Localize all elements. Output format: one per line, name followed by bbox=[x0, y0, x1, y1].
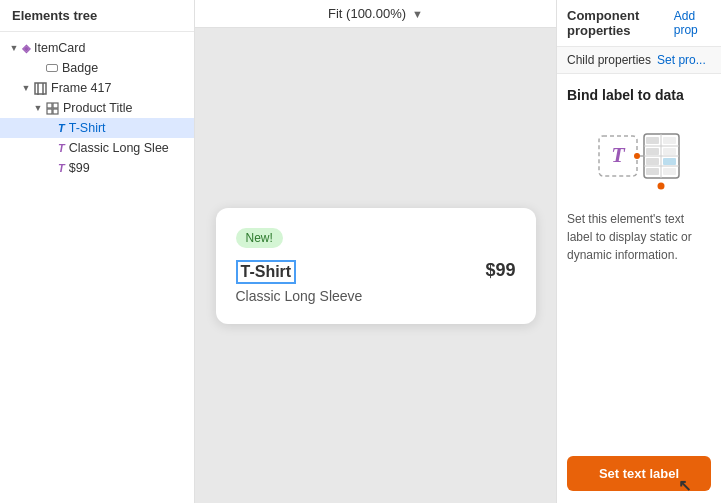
child-props-label: Child properties bbox=[567, 53, 651, 67]
card-title: T-Shirt bbox=[236, 260, 297, 284]
svg-rect-22 bbox=[663, 148, 676, 155]
bind-title: Bind label to data bbox=[567, 86, 711, 104]
sleeve-label: Classic Long Slee bbox=[69, 141, 169, 155]
svg-rect-21 bbox=[663, 137, 676, 144]
badge-new: New! bbox=[236, 228, 283, 248]
frame417-label: Frame 417 bbox=[51, 81, 111, 95]
text-t3-icon: T bbox=[58, 162, 65, 174]
component-props-title: Component properties bbox=[567, 8, 674, 38]
svg-rect-18 bbox=[646, 148, 659, 155]
add-prop-link[interactable]: Add prop bbox=[674, 9, 711, 37]
right-panel: Component properties Add prop Child prop… bbox=[556, 0, 721, 503]
set-prop-link[interactable]: Set pro... bbox=[657, 53, 706, 67]
svg-rect-17 bbox=[646, 137, 659, 144]
svg-rect-4 bbox=[53, 103, 58, 108]
set-text-label-button[interactable]: Set text label ↖ bbox=[567, 456, 711, 491]
card-title-group: T-Shirt Classic Long Sleeve bbox=[236, 260, 486, 304]
canvas-area: New! T-Shirt Classic Long Sleeve $99 bbox=[195, 28, 556, 503]
tree-item-product-title[interactable]: ▼ Product Title bbox=[0, 98, 194, 118]
cursor-icon: ↖ bbox=[678, 476, 691, 495]
toggle-t-shirt bbox=[44, 122, 56, 134]
toggle-sleeve bbox=[44, 142, 56, 154]
price-label: $99 bbox=[69, 161, 90, 175]
bind-section: Bind label to data T bbox=[557, 74, 721, 503]
text-t-icon: T bbox=[58, 122, 65, 134]
tree-container: ▼ ◈ ItemCard Badge ▼ Frame 417 ▼ bbox=[0, 32, 194, 503]
bind-illustration: T bbox=[567, 116, 711, 196]
toggle-frame417[interactable]: ▼ bbox=[20, 82, 32, 94]
svg-rect-0 bbox=[35, 83, 46, 94]
frame-icon bbox=[34, 82, 47, 95]
badge-label: Badge bbox=[62, 61, 98, 75]
itemcard-label: ItemCard bbox=[34, 41, 85, 55]
card-subtitle: Classic Long Sleeve bbox=[236, 288, 486, 304]
fit-label: Fit (100.00%) bbox=[328, 6, 406, 21]
svg-rect-20 bbox=[646, 168, 659, 175]
tree-item-frame417[interactable]: ▼ Frame 417 bbox=[0, 78, 194, 98]
product-title-label: Product Title bbox=[63, 101, 132, 115]
svg-rect-6 bbox=[53, 109, 58, 114]
card-price: $99 bbox=[485, 260, 515, 281]
toggle-product-title[interactable]: ▼ bbox=[32, 102, 44, 114]
card-preview: New! T-Shirt Classic Long Sleeve $99 bbox=[216, 208, 536, 324]
layout-icon bbox=[46, 102, 59, 115]
canvas-panel: Fit (100.00%) ▼ New! T-Shirt Classic Lon… bbox=[195, 0, 556, 503]
tree-item-badge[interactable]: Badge bbox=[0, 58, 194, 78]
component-properties-section: Component properties Add prop Child prop… bbox=[557, 0, 721, 74]
svg-point-25 bbox=[658, 183, 665, 190]
svg-rect-23 bbox=[663, 158, 676, 165]
elements-tree-panel: Elements tree ▼ ◈ ItemCard Badge ▼ Frame… bbox=[0, 0, 195, 503]
elements-tree-header: Elements tree bbox=[0, 0, 194, 32]
svg-rect-3 bbox=[47, 103, 52, 108]
toggle-badge bbox=[32, 62, 44, 74]
svg-point-9 bbox=[634, 153, 640, 159]
svg-text:T: T bbox=[611, 142, 626, 167]
svg-rect-24 bbox=[663, 168, 676, 175]
tree-item-classic-sleeve[interactable]: T Classic Long Slee bbox=[0, 138, 194, 158]
badge-icon bbox=[46, 64, 58, 72]
tree-item-itemcard[interactable]: ▼ ◈ ItemCard bbox=[0, 38, 194, 58]
bind-label-illustration: T bbox=[594, 116, 684, 196]
svg-rect-5 bbox=[47, 109, 52, 114]
t-shirt-label: T-Shirt bbox=[69, 121, 106, 135]
toggle-price bbox=[44, 162, 56, 174]
tree-item-t-shirt[interactable]: T T-Shirt bbox=[0, 118, 194, 138]
svg-rect-19 bbox=[646, 158, 659, 165]
bind-description: Set this element's text label to display… bbox=[567, 210, 711, 440]
canvas-toolbar: Fit (100.00%) ▼ bbox=[195, 0, 556, 28]
component-icon: ◈ bbox=[22, 42, 30, 55]
toggle-itemcard[interactable]: ▼ bbox=[8, 42, 20, 54]
chevron-down-icon[interactable]: ▼ bbox=[412, 8, 423, 20]
card-content: T-Shirt Classic Long Sleeve $99 bbox=[236, 260, 516, 304]
tree-item-price[interactable]: T $99 bbox=[0, 158, 194, 178]
child-props-bar: Child properties Set pro... bbox=[557, 46, 721, 73]
component-props-header: Component properties Add prop bbox=[557, 0, 721, 46]
text-t2-icon: T bbox=[58, 142, 65, 154]
